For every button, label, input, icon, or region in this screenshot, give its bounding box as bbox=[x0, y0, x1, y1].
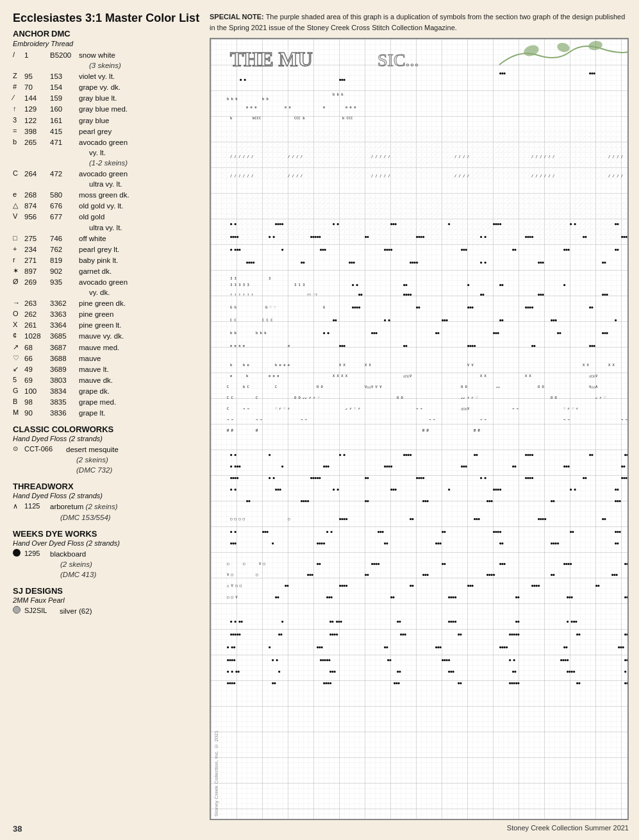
svg-text:●●: ●● bbox=[278, 632, 283, 636]
anchor-num: 90 bbox=[24, 408, 50, 418]
special-note-label: SPECIAL NOTE: bbox=[210, 13, 264, 21]
svg-text:● ●: ● ● bbox=[269, 235, 276, 239]
svg-text:→ →: → → bbox=[480, 417, 487, 421]
svg-text:↑↑ ♡↑: ↑↑ ♡↑ bbox=[307, 292, 318, 296]
svg-text:●●: ●● bbox=[387, 658, 392, 662]
svg-text:/ / / / / /: / / / / / / bbox=[531, 174, 554, 178]
color-row: B 98 3835 grape med. bbox=[13, 397, 202, 407]
color-row: ∕ 144 159 gray blue lt. bbox=[13, 93, 202, 103]
dmc-num: 3685 bbox=[50, 331, 79, 341]
anchor-num: 129 bbox=[24, 104, 50, 114]
color-row: / 1 B5200 snow white(3 skeins) bbox=[13, 50, 202, 71]
svg-text:●●●: ●●● bbox=[611, 573, 618, 576]
svg-text:●●●: ●●● bbox=[538, 260, 545, 264]
svg-text:●●●: ●●● bbox=[602, 331, 609, 335]
svg-text:●●: ●● bbox=[403, 344, 408, 348]
svg-text:●●●●: ●●●● bbox=[339, 517, 348, 521]
threadworx-subheader: Hand Dyed Floss (2 strands) bbox=[13, 492, 202, 500]
color-row: = 398 415 pearl grey bbox=[13, 126, 202, 137]
svg-text:b e e e: b e e e bbox=[275, 363, 290, 367]
svg-text:●●: ●● bbox=[557, 331, 561, 335]
dmc-num: 471 bbox=[50, 137, 79, 147]
svg-text:●●●: ●●● bbox=[422, 573, 429, 576]
color-row: ↗ 68 3687 mauve med. bbox=[13, 342, 202, 353]
svg-text:SIC...: SIC... bbox=[378, 50, 419, 70]
svg-text:b  b b: b b b bbox=[256, 331, 267, 335]
svg-text:●●●●: ●●●● bbox=[493, 222, 502, 226]
svg-text:3 3  3 3 3: 3 3 3 3 3 bbox=[230, 283, 249, 287]
svg-text:●●: ●● bbox=[583, 476, 587, 480]
dmc-num: 3688 bbox=[50, 353, 79, 364]
dmc-num: 415 bbox=[50, 126, 79, 137]
anchor-num: 98 bbox=[24, 397, 50, 407]
symbol: → bbox=[13, 298, 24, 308]
symbol: / bbox=[13, 50, 24, 60]
svg-text:●●●: ●●● bbox=[474, 517, 481, 521]
svg-text:●●●●: ●●●● bbox=[246, 260, 255, 264]
svg-text:●●: ●● bbox=[563, 645, 568, 649]
svg-text:●●●●●: ●●●●● bbox=[310, 235, 321, 239]
svg-text:O O: O O bbox=[538, 385, 544, 389]
svg-text:●●●●: ●●●● bbox=[275, 222, 284, 226]
left-panel: Ecclesiastes 3:1 Master Color List ANCHO… bbox=[13, 12, 202, 820]
color-row: b 265 471 avocado greenvy. lt.(1-2 skein… bbox=[13, 137, 202, 168]
color-row: + 234 762 pearl grey lt. bbox=[13, 244, 202, 255]
svg-text:G  G: G G bbox=[230, 305, 237, 309]
copyright-watermark: Stoney Creek Collection, Inc. © 2021 bbox=[212, 728, 220, 819]
symbol: Ø bbox=[13, 277, 24, 287]
cct-code: CCT-066 bbox=[24, 444, 66, 454]
anchor-num: 144 bbox=[24, 93, 50, 103]
color-row: □ 275 746 off white bbox=[13, 233, 202, 244]
svg-text:●●: ●● bbox=[551, 573, 555, 576]
symbol: ✶ bbox=[13, 266, 24, 276]
svg-text:● ●●: ● ●● bbox=[227, 645, 236, 649]
svg-text:●●●: ●●● bbox=[589, 344, 596, 348]
svg-text:●●●●: ●●●● bbox=[493, 530, 502, 533]
svg-text:●●: ●● bbox=[410, 584, 414, 587]
embroidery-thread-label: Embroidery Thread bbox=[13, 40, 202, 47]
anchor-header: ANCHOR bbox=[13, 29, 38, 38]
weeks-row: 1295 blackboard (2 skeins) (DMC 413) bbox=[13, 549, 202, 580]
cct-symbol: ⊙ bbox=[13, 444, 24, 453]
color-name: grape vy. dk. bbox=[79, 82, 202, 92]
color-row: O 262 3363 pine green bbox=[13, 309, 202, 319]
symbol: r bbox=[13, 255, 24, 265]
svg-text:e e: e e bbox=[285, 105, 291, 109]
name-cont: ultra vy. lt. bbox=[79, 224, 122, 231]
svg-text:●●: ●● bbox=[551, 499, 555, 503]
svg-text:●●●: ●●● bbox=[435, 541, 442, 545]
dmc-num: 3834 bbox=[50, 386, 79, 396]
anchor-num: 69 bbox=[24, 375, 50, 385]
svg-text:●●●: ●●● bbox=[275, 487, 282, 491]
svg-text:↑ ↑ ↑  ↑ ↑ ↑: ↑ ↑ ↑ ↑ ↑ ↑ bbox=[230, 292, 253, 296]
svg-text:● ●: ● ● bbox=[509, 658, 516, 662]
svg-text:/ / / / /: / / / / / bbox=[371, 174, 390, 178]
dmc-num: 3363 bbox=[50, 309, 79, 319]
symbol: ↙ bbox=[13, 364, 24, 374]
cct-note2: (DMC 732) bbox=[66, 466, 112, 474]
symbol: X bbox=[13, 320, 24, 330]
svg-text:O O: O O bbox=[317, 385, 323, 389]
svg-text:/ / / / /: / / / / / bbox=[371, 155, 390, 158]
svg-text:●●: ●● bbox=[365, 499, 369, 503]
svg-text:● ●●●: ● ●●● bbox=[230, 248, 241, 251]
svg-text:●●●●●: ●●●●● bbox=[509, 681, 520, 685]
svg-text:/ / / /: / / / / bbox=[608, 174, 623, 178]
svg-text:→ →: → → bbox=[227, 417, 234, 421]
svg-text:△□△V: △□△V bbox=[589, 374, 598, 378]
color-name: avocado greenultra vy. lt. bbox=[79, 169, 202, 189]
svg-text:●●: ●● bbox=[499, 283, 504, 287]
dmc-num: 160 bbox=[50, 104, 79, 114]
dmc-num: 472 bbox=[50, 169, 79, 179]
svg-text:●●●●: ●●●● bbox=[230, 476, 239, 480]
color-row: 5 69 3803 mauve dk. bbox=[13, 375, 202, 385]
svg-text:●●●: ●●● bbox=[624, 453, 627, 457]
svg-text:●●: ●● bbox=[615, 487, 619, 491]
symbol: 3 bbox=[13, 115, 24, 125]
svg-text:●●●: ●●● bbox=[400, 632, 407, 636]
anchor-num: 264 bbox=[24, 169, 50, 179]
svg-text:C: C bbox=[227, 407, 229, 410]
svg-text:●●●●: ●●●● bbox=[329, 632, 338, 636]
svg-text:V V: V V bbox=[467, 363, 474, 367]
svg-text:●●●: ●●● bbox=[589, 71, 596, 75]
